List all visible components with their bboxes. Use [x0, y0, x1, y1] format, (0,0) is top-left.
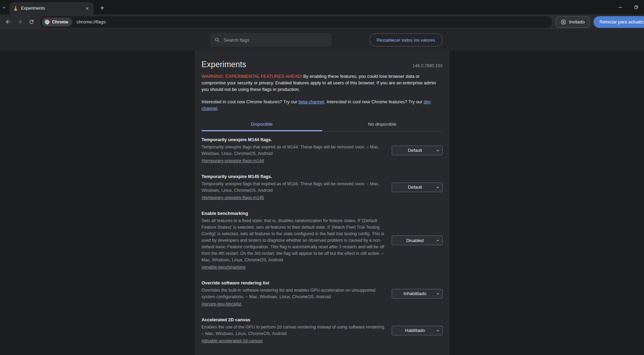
flag-select-value: Default: [408, 148, 422, 153]
flag-title: Override software rendering list: [202, 280, 388, 285]
promo-text: . Interested in cool new Chrome features…: [324, 99, 424, 104]
experimental-warning: WARNING: EXPERIMENTAL FEATURES AHEAD! By…: [202, 73, 443, 93]
browser-tab-experiments[interactable]: Experiments: [10, 2, 94, 14]
version-number: 146.0.7680.153: [413, 63, 443, 69]
reload-button[interactable]: [25, 16, 37, 28]
chrome-url-chip[interactable]: Chrome: [42, 18, 72, 27]
flag-description: Sets all features to a fixed state; that…: [202, 218, 388, 263]
back-arrow-icon: [5, 19, 11, 25]
tab-title: Experiments: [21, 6, 81, 11]
flag-select[interactable]: Habilitado: [392, 326, 443, 335]
flask-icon: [13, 6, 18, 11]
chrome-chip-label: Chrome: [52, 20, 68, 24]
flag-row: Accelerated 2D canvas Enables the use of…: [202, 317, 443, 344]
guest-profile-label: Invitado: [569, 19, 585, 24]
page-title: Experiments: [202, 60, 246, 69]
flag-permalink[interactable]: #temporary-unexpire-flags-m144: [202, 158, 264, 163]
address-bar[interactable]: Chrome chrome://flags: [40, 16, 552, 28]
promo-text: Interested in cool new Chrome features? …: [202, 99, 299, 104]
tab-strip: Experiments: [0, 0, 644, 14]
chevron-down-icon: [436, 292, 440, 295]
forward-button[interactable]: [14, 16, 25, 28]
flags-header: Restablecer todos los valores: [0, 29, 644, 51]
flag-text: Accelerated 2D canvas Enables the use of…: [202, 317, 388, 344]
guest-avatar-icon: [561, 19, 566, 25]
flag-text: Temporarily unexpire M144 flags. Tempora…: [202, 137, 388, 164]
flag-select-value: Disabled: [406, 238, 424, 243]
flag-title: Accelerated 2D canvas: [202, 317, 388, 322]
page-background: Experiments 146.0.7680.153 WARNING: EXPE…: [0, 51, 644, 355]
chevron-down-icon: [436, 149, 440, 152]
warning-emphasis: WARNING: EXPERIMENTAL FEATURES AHEAD!: [202, 74, 302, 79]
reload-icon: [29, 19, 34, 25]
chevron-down-icon: [436, 329, 440, 332]
flag-description: Overrides the built-in software renderin…: [202, 287, 388, 300]
tab-unavailable[interactable]: No disponible: [322, 118, 443, 131]
close-icon[interactable]: [84, 5, 90, 11]
flag-select[interactable]: Disabled: [392, 236, 443, 245]
back-button[interactable]: [2, 16, 14, 28]
flag-select[interactable]: Inhabilitado: [392, 289, 443, 299]
flag-permalink[interactable]: #enable-benchmarking: [202, 265, 245, 270]
flag-text: Override software rendering list Overrid…: [202, 280, 388, 307]
flag-list: Temporarily unexpire M144 flags. Tempora…: [202, 137, 443, 344]
flag-permalink[interactable]: #ignore-gpu-blocklist: [202, 302, 241, 306]
flag-permalink[interactable]: #disable-accelerated-2d-canvas: [202, 338, 263, 343]
flag-title: Enable benchmarking: [202, 211, 388, 216]
reset-all-button[interactable]: Restablecer todos los valores: [369, 33, 443, 46]
restart-to-update-button[interactable]: Reiniciar para actualizar: [593, 16, 644, 28]
browser-toolbar: Chrome chrome://flags Invitado Reiniciar…: [0, 14, 644, 29]
flag-title: Temporarily unexpire M145 flags.: [202, 174, 388, 179]
flags-tab-bar: Disponible No disponible: [202, 118, 443, 132]
flag-select-value: Default: [408, 185, 422, 190]
restore-icon: [634, 5, 638, 9]
channel-promo: Interested in cool new Chrome features? …: [202, 98, 443, 112]
flag-select[interactable]: Default: [392, 146, 443, 155]
search-box[interactable]: [210, 33, 331, 47]
url-text: chrome://flags: [76, 19, 106, 24]
guest-profile-button[interactable]: Invitado: [556, 16, 590, 28]
chevron-down-icon[interactable]: [0, 0, 8, 14]
flag-description: Temporarily unexpire flags that expired …: [202, 144, 388, 157]
flag-row: Temporarily unexpire M145 flags. Tempora…: [202, 174, 443, 200]
flag-row: Enable benchmarking Sets all features to…: [202, 211, 443, 270]
flag-text: Temporarily unexpire M145 flags. Tempora…: [202, 174, 388, 200]
tab-available[interactable]: Disponible: [202, 118, 322, 131]
flag-select-value: Inhabilitado: [403, 291, 426, 296]
restore-button[interactable]: [628, 0, 644, 14]
flag-title: Temporarily unexpire M144 flags.: [202, 137, 388, 142]
chrome-logo-icon: [44, 19, 50, 24]
new-tab-button[interactable]: [97, 3, 107, 13]
search-icon: [214, 37, 220, 43]
minimize-button[interactable]: [612, 0, 628, 14]
minimize-icon: [618, 5, 622, 9]
flag-text: Enable benchmarking Sets all features to…: [202, 211, 388, 270]
flag-row: Temporarily unexpire M144 flags. Tempora…: [202, 137, 443, 164]
flag-select[interactable]: Default: [392, 182, 443, 192]
flag-row: Override software rendering list Overrid…: [202, 280, 443, 307]
window-controls: [612, 0, 644, 14]
chevron-down-icon: [436, 186, 440, 189]
chevron-down-icon: [436, 239, 440, 242]
search-input[interactable]: [224, 38, 327, 43]
flag-select-value: Habilitado: [405, 328, 425, 333]
forward-arrow-icon: [17, 19, 23, 25]
flag-description: Temporarily unexpire flags that expired …: [202, 181, 388, 194]
beta-channel-link[interactable]: beta channel: [298, 99, 324, 104]
flag-description: Enables the use of the GPU to perform 2d…: [202, 324, 388, 337]
promo-text: .: [217, 106, 219, 111]
flag-permalink[interactable]: #temporary-unexpire-flags-m145: [202, 195, 264, 200]
flags-content: Experiments 146.0.7680.153 WARNING: EXPE…: [195, 51, 450, 355]
